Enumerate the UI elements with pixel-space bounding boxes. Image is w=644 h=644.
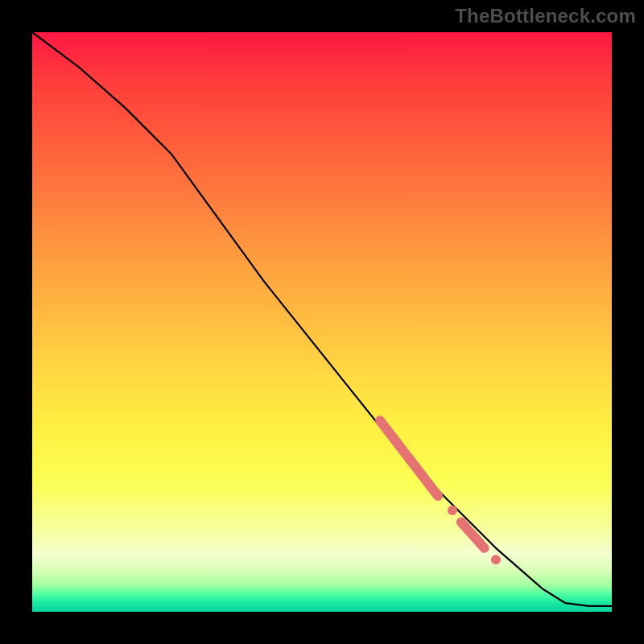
highlight-group bbox=[380, 420, 501, 564]
curve-line bbox=[32, 32, 612, 606]
plot-area bbox=[32, 32, 612, 612]
highlight-segment bbox=[380, 420, 438, 496]
highlight-dot bbox=[491, 555, 501, 564]
chart-stage: TheBottleneck.com bbox=[0, 0, 644, 644]
highlight-dot bbox=[448, 506, 457, 515]
chart-svg bbox=[32, 32, 612, 612]
watermark-label: TheBottleneck.com bbox=[455, 5, 636, 27]
